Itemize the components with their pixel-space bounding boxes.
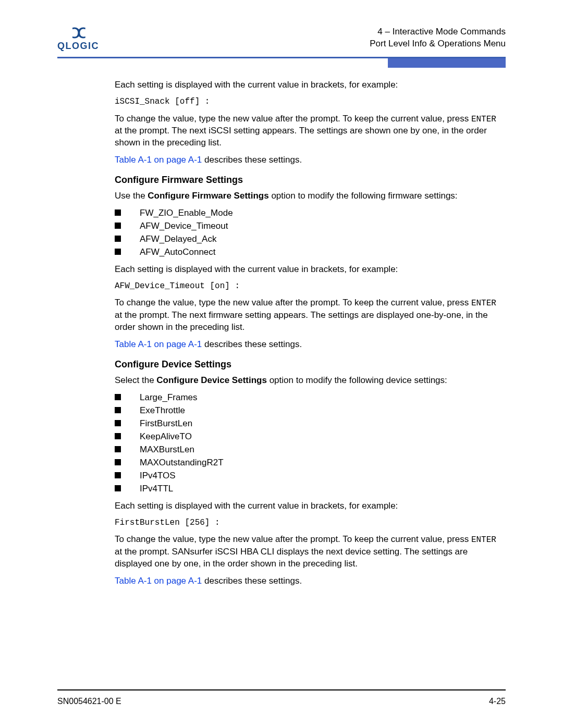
list-item: AFW_Device_Timeout: [115, 220, 498, 232]
page-footer: SN0054621-00 E 4-25: [57, 697, 506, 706]
list-item: FW_ZIO_Enable_Mode: [115, 207, 498, 219]
device-intro: Select the Configure Device Settings opt…: [115, 375, 498, 387]
footer-doc-id: SN0054621-00 E: [57, 697, 121, 706]
bullet-icon: [115, 407, 121, 413]
heading-device: Configure Device Settings: [115, 358, 498, 371]
code-sample-3: FirstBurstLen [256] :: [115, 517, 498, 529]
change-instructions-3: To change the value, type the new value …: [115, 534, 498, 570]
heading-firmware: Configure Firmware Settings: [115, 174, 498, 186]
page-container: ⵋ QLOGIC 4 – Interactive Mode Commands P…: [0, 0, 563, 728]
table-link-2[interactable]: Table A-1 on page A-1: [115, 339, 202, 349]
qlogic-logo: ⵋ QLOGIC: [57, 26, 99, 51]
table-reference-1: Table A-1 on page A-1 describes these se…: [115, 154, 498, 166]
logo-text: QLOGIC: [57, 41, 99, 51]
enter-key: ENTER: [471, 299, 496, 308]
main-content: Each setting is displayed with the curre…: [115, 79, 498, 587]
table-reference-2: Table A-1 on page A-1 describes these se…: [115, 339, 498, 351]
firmware-intro: Use the Configure Firmware Settings opti…: [115, 190, 498, 202]
firmware-example-intro: Each setting is displayed with the curre…: [115, 264, 498, 276]
accent-bar: [388, 58, 506, 68]
table-link-1[interactable]: Table A-1 on page A-1: [115, 155, 202, 165]
intro-paragraph: Each setting is displayed with the curre…: [115, 79, 498, 91]
list-item: IPv4TTL: [115, 483, 498, 495]
logo-icon: ⵋ: [72, 26, 85, 41]
list-item: AFW_Delayed_Ack: [115, 233, 498, 245]
bullet-icon: [115, 236, 121, 242]
list-item: FirstBurstLen: [115, 418, 498, 430]
bullet-icon: [115, 223, 121, 229]
header-text: 4 – Interactive Mode Commands Port Level…: [370, 26, 506, 50]
header-line-1: 4 – Interactive Mode Commands: [370, 26, 506, 38]
change-instructions-2: To change the value, type the new value …: [115, 297, 498, 333]
footer-page-number: 4-25: [489, 697, 506, 706]
bullet-icon: [115, 472, 121, 478]
list-item: MAXOutstandingR2T: [115, 457, 498, 469]
footer-rule: [57, 689, 506, 690]
bullet-icon: [115, 420, 121, 426]
list-item: AFW_AutoConnect: [115, 246, 498, 258]
enter-key: ENTER: [471, 535, 496, 545]
bullet-icon: [115, 394, 121, 400]
code-sample-1: iSCSI_Snack [off] :: [115, 96, 498, 108]
page-header: ⵋ QLOGIC 4 – Interactive Mode Commands P…: [57, 26, 506, 51]
device-example-intro: Each setting is displayed with the curre…: [115, 500, 498, 512]
bullet-icon: [115, 209, 121, 216]
device-list: Large_Frames ExeThrottle FirstBurstLen K…: [115, 392, 498, 495]
bullet-icon: [115, 446, 121, 452]
list-item: ExeThrottle: [115, 405, 498, 417]
code-sample-2: AFW_Device_Timeout [on] :: [115, 281, 498, 292]
bullet-icon: [115, 459, 121, 465]
firmware-list: FW_ZIO_Enable_Mode AFW_Device_Timeout AF…: [115, 207, 498, 258]
header-line-2: Port Level Info & Operations Menu: [370, 38, 506, 50]
enter-key: ENTER: [471, 115, 496, 124]
change-instructions-1: To change the value, type the new value …: [115, 113, 498, 149]
list-item: IPv4TOS: [115, 470, 498, 482]
list-item: KeepAliveTO: [115, 431, 498, 443]
bullet-icon: [115, 485, 121, 491]
list-item: MAXBurstLen: [115, 444, 498, 456]
bullet-icon: [115, 249, 121, 255]
list-item: Large_Frames: [115, 392, 498, 404]
table-link-3[interactable]: Table A-1 on page A-1: [115, 576, 202, 586]
table-reference-3: Table A-1 on page A-1 describes these se…: [115, 575, 498, 587]
bullet-icon: [115, 433, 121, 439]
